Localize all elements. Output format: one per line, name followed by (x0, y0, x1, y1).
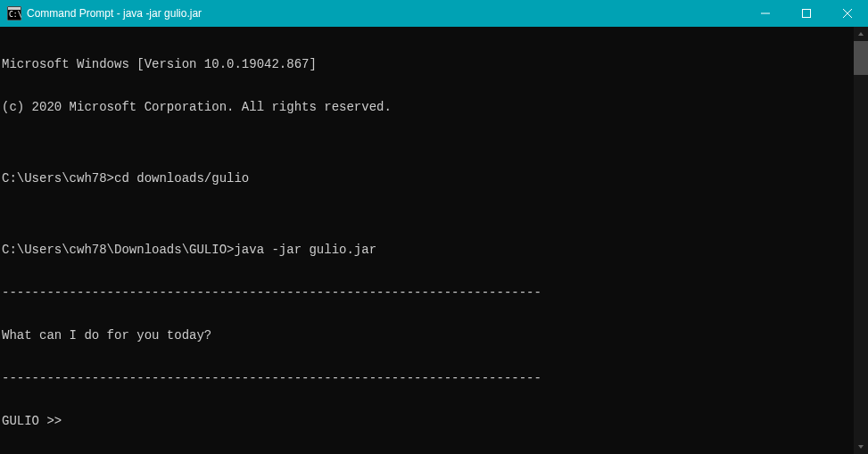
window-title: Command Prompt - java -jar gulio.jar (27, 7, 745, 20)
terminal-prompt-line: GULIO >> (2, 414, 868, 428)
scrollbar[interactable] (854, 27, 868, 454)
terminal-line: ----------------------------------------… (2, 371, 868, 385)
terminal-prompt: GULIO >> (2, 414, 62, 428)
svg-marker-7 (858, 32, 864, 36)
scrollbar-thumb[interactable] (854, 41, 868, 75)
titlebar: C:\ Command Prompt - java -jar gulio.jar (0, 0, 868, 27)
cursor (70, 416, 77, 428)
terminal-output[interactable]: Microsoft Windows [Version 10.0.19042.86… (0, 27, 868, 454)
terminal-line: What can I do for you today? (2, 328, 868, 343)
scrollbar-down-arrow[interactable] (854, 440, 868, 454)
close-button[interactable] (827, 0, 868, 27)
terminal-line: ----------------------------------------… (2, 285, 868, 300)
svg-rect-4 (803, 10, 811, 18)
maximize-button[interactable] (786, 0, 827, 27)
scrollbar-up-arrow[interactable] (854, 27, 868, 41)
terminal-line: (c) 2020 Microsoft Corporation. All righ… (2, 100, 868, 114)
terminal-line: C:\Users\cwh78>cd downloads/gulio (2, 171, 868, 186)
svg-marker-8 (858, 445, 864, 449)
window-controls (745, 0, 868, 27)
minimize-button[interactable] (745, 0, 786, 27)
terminal-line: Microsoft Windows [Version 10.0.19042.86… (2, 57, 868, 71)
svg-text:C:\: C:\ (9, 11, 21, 19)
cmd-icon: C:\ (7, 6, 21, 21)
svg-rect-1 (8, 7, 21, 10)
terminal-line: C:\Users\cwh78\Downloads\GULIO>java -jar… (2, 243, 868, 257)
